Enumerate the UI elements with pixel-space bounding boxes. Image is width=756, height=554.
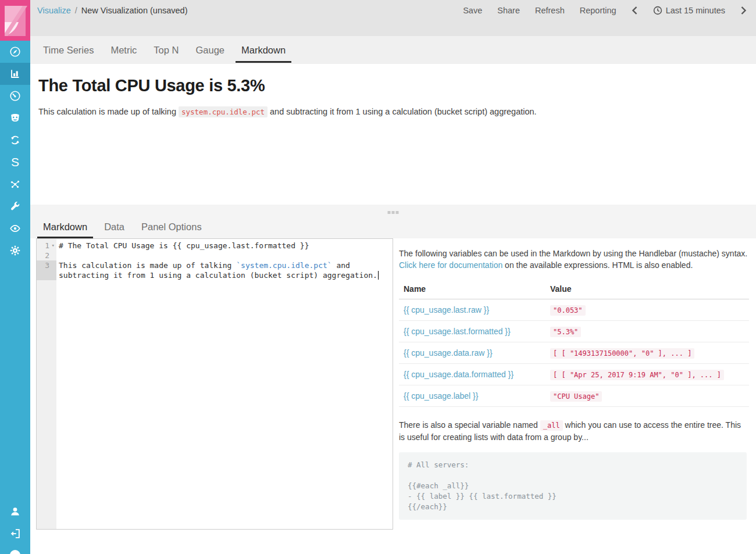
clock-icon [653, 6, 662, 15]
timepicker-button[interactable]: Last 15 minutes [653, 6, 725, 15]
line-number: 2 [45, 251, 49, 260]
timepicker-label: Last 15 minutes [666, 6, 725, 15]
cycle-arrows-icon [9, 134, 22, 146]
share-button[interactable]: Share [497, 6, 520, 15]
refresh-button[interactable]: Refresh [535, 6, 565, 15]
editor-line-1: # The Total CPU Usage is {{ cpu_usage.la… [59, 241, 390, 251]
topbar: Visualize / New Visualization (unsaved) … [30, 0, 756, 36]
variable-name: {{ cpu_usage.last.formatted }} [399, 320, 545, 342]
compass-icon [9, 45, 22, 58]
breadcrumb: Visualize / New Visualization (unsaved) [37, 6, 188, 15]
preview-inline-code: system.cpu.idle.pct [179, 106, 268, 117]
variables-table: Name Value {{ cpu_usage.last.raw }} "0.0… [399, 279, 749, 407]
topbar-actions: Save Share Refresh Reporting Last 15 min… [463, 6, 747, 15]
panel-body: 1▾ 2 3 # The Total CPU Usage is {{ cpu_u… [30, 238, 756, 554]
editor-gutter: 1▾ 2 3 [37, 239, 56, 529]
sidebar-item-dashboard[interactable] [0, 85, 30, 107]
all-inline-code: _all [540, 420, 563, 431]
chevron-left-icon [632, 6, 638, 15]
time-forward-button[interactable] [740, 6, 747, 15]
breadcrumb-separator: / [75, 6, 77, 15]
sidebar-item-management[interactable] [0, 240, 30, 262]
sidebar-item-discover[interactable] [0, 41, 30, 63]
sidebar-item-s-plugin[interactable]: S [0, 151, 30, 173]
tab-metric[interactable]: Metric [105, 40, 142, 63]
editor-panel: Markdown Data Panel Options 1▾ 2 3 [30, 205, 756, 554]
variables-help-panel: The following variables can be used in t… [393, 238, 750, 520]
reporting-button[interactable]: Reporting [580, 6, 616, 15]
table-row: {{ cpu_usage.last.raw }} "0.053" [399, 299, 749, 320]
gear-icon [9, 244, 22, 257]
splitter-drag-handle[interactable] [388, 211, 399, 214]
variable-name: {{ cpu_usage.data.raw }} [399, 342, 545, 363]
graph-nodes-icon [9, 178, 22, 191]
time-back-button[interactable] [632, 6, 638, 15]
variable-value: "CPU Usage" [550, 391, 602, 402]
line-number: 3 [45, 260, 49, 270]
preview-heading: The Total CPU Usage is 5.3% [38, 76, 747, 95]
tab-markdown[interactable]: Markdown [236, 40, 291, 63]
preview-paragraph: This calculation is made up of talking s… [38, 107, 747, 116]
kibana-logo[interactable] [0, 0, 30, 41]
chevron-right-icon [740, 6, 747, 15]
s-plugin-icon: S [11, 155, 19, 169]
table-row: {{ cpu_usage.data.formatted }} [ [ "Apr … [399, 363, 749, 385]
sidebar-bottom-button[interactable] [0, 545, 30, 554]
editor-inline-code: `system.cpu.idle.pct` [236, 261, 331, 270]
sidebar-item-timelion[interactable] [0, 107, 30, 129]
sidebar-item-monitoring[interactable] [0, 217, 30, 240]
user-icon [9, 505, 22, 518]
table-row: {{ cpu_usage.label }} "CPU Usage" [399, 385, 749, 406]
save-button[interactable]: Save [463, 6, 482, 15]
eye-icon [9, 222, 22, 235]
tab-gauge[interactable]: Gauge [190, 40, 230, 63]
variable-name: {{ cpu_usage.label }} [399, 385, 545, 406]
timelion-lion-icon [9, 112, 22, 124]
wrench-icon [9, 200, 22, 213]
variable-name: {{ cpu_usage.data.formatted }} [399, 363, 545, 385]
table-row: {{ cpu_usage.last.formatted }} "5.3%" [399, 320, 749, 342]
breadcrumb-visualize-link[interactable]: Visualize [37, 6, 71, 15]
variable-value: [ [ "1493137150000", "0" ], ... ] [550, 348, 694, 359]
column-header-value: Value [545, 279, 749, 299]
panel-tab-panel-options[interactable]: Panel Options [135, 217, 208, 238]
table-row: {{ cpu_usage.data.raw }} [ [ "1493137150… [399, 342, 749, 363]
editor-line-2 [59, 251, 390, 260]
panel-tab-markdown[interactable]: Markdown [37, 217, 93, 238]
documentation-link[interactable]: Click here for documentation [399, 260, 502, 270]
panel-header: Markdown Data Panel Options [30, 205, 756, 238]
markdown-preview: The Total CPU Usage is 5.3% This calcula… [30, 64, 756, 205]
sidebar-item-ml[interactable] [0, 129, 30, 151]
line-number: 1 [45, 241, 49, 251]
tab-top-n[interactable]: Top N [148, 40, 184, 63]
app-root: S [0, 0, 756, 554]
editor-line-3: This calculation is made up of talking `… [59, 260, 390, 280]
breadcrumb-current-page: New Visualization (unsaved) [81, 6, 188, 15]
kibana-logo-icon [0, 0, 30, 41]
sidebar-item-dev-tools[interactable] [0, 195, 30, 217]
tab-time-series[interactable]: Time Series [37, 40, 99, 63]
help-intro: The following variables can be used in t… [399, 248, 749, 271]
panel-tabs: Markdown Data Panel Options [37, 217, 213, 238]
text-cursor [378, 271, 379, 280]
sidebar-spacer [0, 262, 30, 501]
editor-code-area[interactable]: # The Total CPU Usage is {{ cpu_usage.la… [56, 239, 393, 529]
viz-type-tabs: Time Series Metric Top N Gauge Markdown [30, 36, 756, 64]
sidebar: S [0, 0, 30, 554]
sidebar-item-logout[interactable] [0, 523, 30, 545]
panel-tab-data[interactable]: Data [98, 217, 130, 238]
variable-name: {{ cpu_usage.last.raw }} [399, 299, 545, 320]
column-header-name: Name [399, 279, 545, 299]
variable-value: "0.053" [550, 305, 586, 316]
logout-icon [9, 527, 22, 540]
bottom-circle-icon [10, 550, 20, 554]
gauge-icon [9, 90, 22, 102]
fold-caret-icon[interactable]: ▾ [50, 241, 55, 251]
sidebar-item-graph[interactable] [0, 173, 30, 195]
sidebar-item-user[interactable] [0, 501, 30, 523]
markdown-editor[interactable]: 1▾ 2 3 # The Total CPU Usage is {{ cpu_u… [36, 238, 393, 530]
variable-value: "5.3%" [550, 327, 581, 337]
example-code-block: # All servers: {{#each _all}} - {{ label… [399, 452, 747, 520]
sidebar-item-visualize[interactable] [0, 63, 30, 85]
all-variable-note: There is also a special variable named _… [399, 419, 749, 444]
